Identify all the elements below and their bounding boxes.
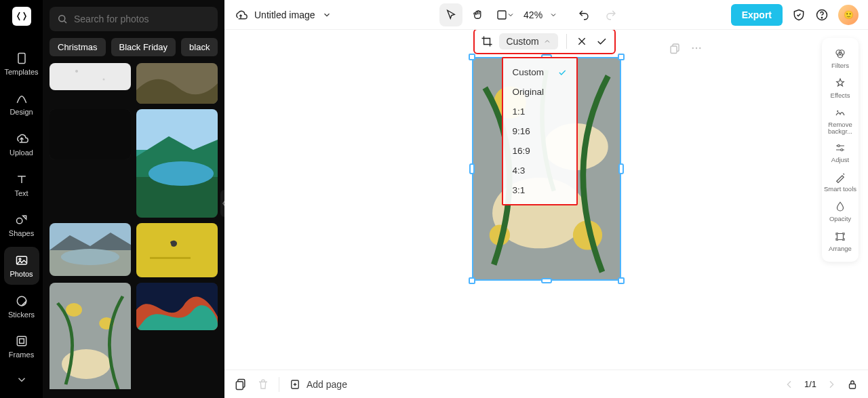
- rail-text-label: Text: [14, 189, 28, 197]
- resize-handle-nw[interactable]: [469, 54, 475, 60]
- tool-opacity[interactable]: Opacity: [823, 197, 857, 226]
- tool-remove-bg[interactable]: Remove backgr...: [823, 103, 857, 138]
- lock-icon[interactable]: [846, 378, 859, 391]
- photo-thumb[interactable]: [136, 223, 218, 277]
- crop-ratio-selected: Custom: [506, 36, 538, 47]
- tool-opacity-label: Opacity: [829, 215, 851, 222]
- crop-confirm[interactable]: [595, 33, 609, 49]
- photo-thumb[interactable]: [50, 223, 131, 276]
- resize-handle-s[interactable]: [541, 278, 552, 283]
- selected-image[interactable]: Custom Custom: [472, 57, 621, 281]
- rail-frames[interactable]: Frames: [4, 328, 39, 366]
- photo-thumb[interactable]: [50, 109, 131, 159]
- rail-photos-label: Photos: [9, 270, 33, 278]
- zoom-level[interactable]: 42%: [521, 9, 545, 20]
- crop-cancel[interactable]: [575, 33, 589, 49]
- pages-icon[interactable]: [234, 378, 248, 391]
- svg-rect-5: [17, 337, 26, 346]
- prev-page-icon[interactable]: [784, 379, 795, 390]
- rail-more[interactable]: [4, 368, 39, 391]
- photo-thumb[interactable]: [50, 63, 131, 90]
- resize-handle-ne[interactable]: [618, 54, 625, 60]
- ratio-option-custom[interactable]: Custom: [503, 62, 576, 82]
- svg-rect-43: [837, 233, 844, 239]
- resize-handle-sw[interactable]: [469, 277, 475, 284]
- tool-filters[interactable]: Filters: [823, 43, 857, 73]
- undo-button[interactable]: [572, 3, 595, 26]
- next-page-icon[interactable]: [826, 379, 837, 390]
- photo-grid: [50, 63, 218, 389]
- photo-thumb[interactable]: [50, 283, 131, 389]
- ratio-label: 1:1: [513, 106, 526, 117]
- redo-button[interactable]: [599, 3, 623, 26]
- hand-tool[interactable]: [467, 3, 490, 26]
- svg-point-42: [841, 148, 843, 151]
- user-avatar[interactable]: 🙂: [838, 5, 859, 25]
- svg-rect-35: [498, 11, 506, 19]
- resize-dropdown[interactable]: [494, 3, 517, 26]
- rail-shapes[interactable]: Shapes: [4, 207, 39, 245]
- rail-text[interactable]: Text: [4, 166, 39, 204]
- search-input[interactable]: [74, 14, 211, 24]
- title-dropdown-icon[interactable]: [322, 10, 332, 20]
- document-title[interactable]: Untitled image: [254, 9, 315, 20]
- cursor-tool[interactable]: [439, 3, 462, 26]
- rail-photos[interactable]: Photos: [4, 247, 39, 285]
- photo-thumb[interactable]: [136, 63, 218, 104]
- resize-handle-w[interactable]: [469, 163, 475, 174]
- resize-handle-e[interactable]: [618, 163, 624, 174]
- page-more-icon[interactable]: [690, 42, 703, 54]
- ratio-option-3-1[interactable]: 3:1: [503, 180, 576, 200]
- crop-ratio-dropdown[interactable]: Custom: [499, 33, 557, 49]
- add-page-button[interactable]: Add page: [289, 378, 347, 391]
- export-button[interactable]: Export: [731, 4, 783, 26]
- search-tags: Christmas Black Friday black: [50, 38, 218, 56]
- shield-icon[interactable]: [792, 8, 806, 22]
- ratio-label: Original: [513, 87, 545, 97]
- ratio-label: Custom: [513, 67, 545, 77]
- tool-arrange[interactable]: Arrange: [823, 226, 857, 256]
- svg-rect-20: [136, 223, 218, 277]
- svg-point-37: [821, 17, 822, 18]
- rail-stickers[interactable]: Stickers: [4, 287, 39, 325]
- photo-thumb[interactable]: [136, 109, 218, 218]
- tag-christmas[interactable]: Christmas: [50, 38, 106, 56]
- canvas-stage[interactable]: Page 1: [224, 30, 868, 370]
- cloud-save-icon[interactable]: [234, 8, 248, 22]
- delete-page-icon[interactable]: [257, 378, 269, 391]
- rail-design[interactable]: Design: [4, 85, 39, 123]
- rail-templates[interactable]: Templates: [4, 45, 39, 83]
- app-logo[interactable]: [12, 7, 31, 26]
- photo-thumb[interactable]: [136, 283, 218, 330]
- zoom-dropdown-icon[interactable]: [549, 11, 557, 19]
- svg-point-19: [61, 249, 119, 265]
- svg-point-47: [695, 47, 696, 49]
- check-icon: [557, 68, 567, 77]
- chevron-up-icon: [543, 37, 551, 45]
- svg-rect-12: [50, 109, 131, 159]
- svg-point-7: [59, 16, 65, 22]
- ratio-option-9-16[interactable]: 9:16: [503, 121, 576, 141]
- tool-adjust[interactable]: Adjust: [823, 138, 857, 167]
- crop-icon[interactable]: [480, 33, 494, 49]
- rail-shapes-label: Shapes: [9, 229, 34, 237]
- ratio-option-original[interactable]: Original: [503, 82, 576, 102]
- ratio-option-1-1[interactable]: 1:1: [503, 102, 576, 121]
- resize-handle-se[interactable]: [618, 277, 625, 284]
- tag-black-friday[interactable]: Black Friday: [111, 38, 176, 56]
- page-canvas: Custom Custom: [472, 57, 621, 281]
- duplicate-page-icon[interactable]: [669, 42, 681, 54]
- ratio-label: 4:3: [513, 165, 526, 176]
- tool-smart[interactable]: Smart tools: [823, 167, 857, 197]
- search-icon: [56, 13, 68, 25]
- tool-effects[interactable]: Effects: [823, 73, 857, 103]
- ratio-option-4-3[interactable]: 4:3: [503, 161, 576, 180]
- tool-adjust-label: Adjust: [831, 156, 849, 163]
- svg-rect-45: [671, 46, 677, 54]
- ratio-option-16-9[interactable]: 16:9: [503, 141, 576, 161]
- svg-rect-21: [150, 257, 191, 259]
- tag-black[interactable]: black: [181, 38, 218, 56]
- help-icon[interactable]: [815, 8, 829, 22]
- rail-upload[interactable]: Upload: [4, 125, 39, 163]
- page-indicator: 1/1: [804, 379, 816, 389]
